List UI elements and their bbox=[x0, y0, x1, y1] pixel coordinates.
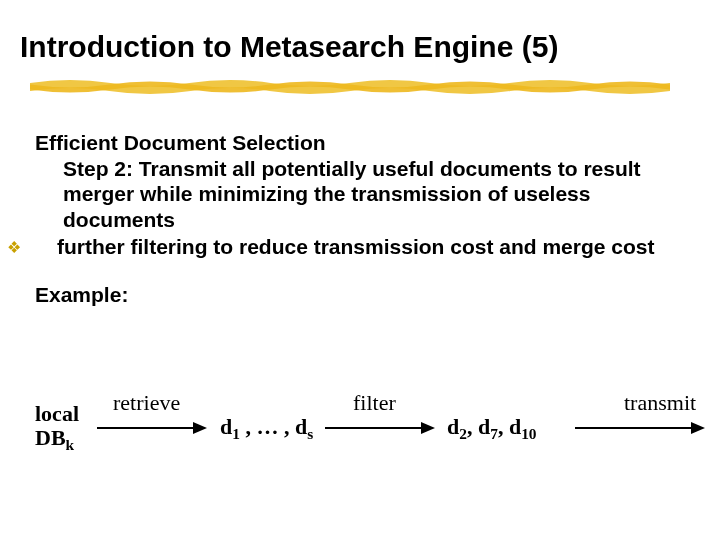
bullet-line: ❖further filtering to reduce transmissio… bbox=[63, 234, 685, 260]
example-label: Example: bbox=[35, 282, 685, 308]
node-local-db: local DBk bbox=[35, 402, 79, 450]
section-heading: Efficient Document Selection bbox=[35, 130, 685, 156]
n3-s2: 7 bbox=[490, 425, 498, 442]
slide: Introduction to Metasearch Engine (5) Ef… bbox=[0, 0, 720, 540]
bullet-icon: ❖ bbox=[35, 238, 57, 258]
node-filtered-docs: d2, d7, d10 bbox=[447, 414, 537, 440]
title-underline bbox=[30, 78, 670, 96]
n3-p3: , d bbox=[498, 414, 521, 439]
n2-m: , … , d bbox=[240, 414, 307, 439]
n2-p: d bbox=[220, 414, 232, 439]
edge-filter-label: filter bbox=[353, 390, 396, 416]
body-text: Efficient Document Selection Step 2: Tra… bbox=[35, 130, 685, 308]
flow-diagram: local DBk retrieve d1 , … , ds filter d2… bbox=[35, 390, 700, 470]
edge-retrieve-label: retrieve bbox=[113, 390, 180, 416]
step-text: Step 2: Transmit all potentially useful … bbox=[63, 156, 685, 233]
svg-marker-5 bbox=[691, 422, 705, 434]
n2-s1: 1 bbox=[232, 425, 240, 442]
arrow-3-icon bbox=[575, 422, 705, 434]
local-line1: local bbox=[35, 401, 79, 426]
n2-s2: s bbox=[307, 425, 313, 442]
arrow-2-icon bbox=[325, 422, 435, 434]
n3-p2: , d bbox=[467, 414, 490, 439]
svg-marker-3 bbox=[421, 422, 435, 434]
bullet-text: further filtering to reduce transmission… bbox=[57, 235, 654, 258]
local-line2-sub: k bbox=[66, 437, 75, 454]
edge-transmit-label: transmit bbox=[624, 390, 696, 416]
n3-p1: d bbox=[447, 414, 459, 439]
node-retrieved-docs: d1 , … , ds bbox=[220, 414, 313, 440]
slide-title: Introduction to Metasearch Engine (5) bbox=[20, 30, 700, 64]
svg-marker-1 bbox=[193, 422, 207, 434]
n3-s1: 2 bbox=[459, 425, 467, 442]
local-line2-prefix: DB bbox=[35, 425, 66, 450]
arrow-1-icon bbox=[97, 422, 207, 434]
n3-s3: 10 bbox=[521, 425, 536, 442]
